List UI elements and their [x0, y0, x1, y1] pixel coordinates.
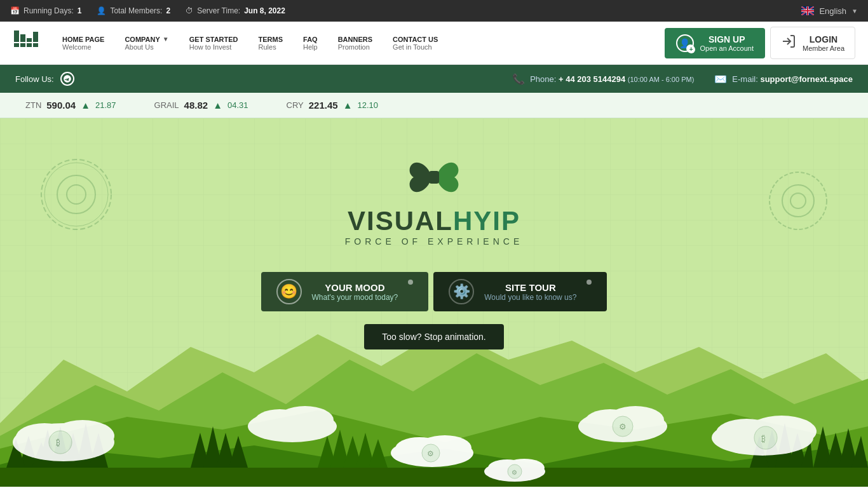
nav-company-label: COMPANY [125, 36, 159, 43]
nav-right: 👤 + SIGN UP Open an Account LOGIN Member… [665, 27, 855, 59]
telegram-icon[interactable] [60, 72, 74, 86]
phone-contact: 📞 Phone: + 44 203 5144294 (10:00 AM - 6:… [512, 73, 694, 85]
nav-faq-sub: Help [303, 43, 318, 51]
phone-icon: 📞 [512, 73, 525, 85]
tour-icon: ⚙️ [449, 279, 474, 304]
running-days-label: Running Days: [24, 6, 74, 15]
mood-text: YOUR MOOD What's your mood today? [312, 282, 398, 302]
hero-logo: VISUALHYIP FORCE OF EXPERIENCE [345, 150, 523, 247]
email-contact: ✉️ E-mail: support@fornext.space [714, 73, 853, 85]
login-button[interactable]: LOGIN Member Area [770, 27, 855, 59]
phone-hours: (10:00 AM - 6:00 PM) [628, 76, 695, 83]
tour-sub: Would you like to know us? [484, 293, 576, 302]
hero-buttons: 😊 YOUR MOOD What's your mood today? ⚙️ S… [261, 272, 607, 311]
svg-point-11 [57, 175, 95, 214]
svg-point-65 [754, 426, 777, 449]
tour-text: SITE TOUR Would you like to know us? [484, 282, 576, 302]
language-label: English [819, 6, 846, 16]
tour-label: SITE TOUR [484, 282, 576, 293]
running-days: 📅 Running Days: 1 [10, 6, 81, 15]
svg-rect-1 [14, 30, 19, 42]
nav-getstarted-sub: How to Invest [189, 43, 238, 51]
phone-label: Phone: [530, 74, 556, 84]
svg-rect-4 [20, 43, 25, 47]
ticker-arrow-grail: ▲ [213, 100, 222, 111]
signup-label: SIGN UP [700, 34, 754, 44]
hero-section: VISUALHYIP FORCE OF EXPERIENCE 😊 YOUR MO… [0, 118, 868, 487]
server-time-value: Jun 8, 2022 [244, 6, 285, 15]
nav-terms-label: TERMS [259, 36, 283, 43]
ticker-arrow-ztn: ▲ [81, 100, 90, 111]
follow-left: Follow Us: [15, 72, 74, 86]
svg-point-12 [67, 185, 86, 204]
running-days-value: 1 [78, 6, 82, 15]
tour-dot [587, 280, 592, 285]
site-logo[interactable] [13, 29, 41, 57]
nav-links: HOME PAGE Welcome COMPANY ▼ About Us GET… [53, 30, 665, 56]
mood-sub: What's your mood today? [312, 293, 398, 302]
svg-text:⚙: ⚙ [427, 449, 434, 458]
hero-visual-text: VISUAL [348, 206, 453, 236]
language-selector[interactable]: English ▼ [801, 6, 858, 16]
svg-point-56 [254, 409, 305, 435]
nav-contact-sub: Get in Touch [393, 43, 438, 51]
tour-button[interactable]: ⚙️ SITE TOUR Would you like to know us? [433, 272, 607, 311]
chevron-down-icon: ▼ [163, 36, 169, 43]
svg-rect-17 [429, 171, 439, 184]
total-members-value: 2 [166, 6, 170, 15]
stop-anim-label: Too slow? Stop animation. [382, 332, 485, 342]
plus-icon: + [686, 44, 695, 53]
top-bar: 📅 Running Days: 1 👤 Total Members: 2 ⏱ S… [0, 0, 868, 22]
nav-banners-sub: Promotion [338, 43, 372, 51]
ticker-symbol-grail: GRAIL [154, 100, 179, 110]
nav-contact[interactable]: CONTACT US Get in Touch [384, 30, 447, 56]
signup-text: SIGN UP Open an Account [700, 34, 754, 52]
ticker-content: ZTN 590.04 ▲ 21.87 GRAIL 48.82 ▲ 04.31 C… [0, 100, 403, 111]
ticker-value-cry: 221.45 [309, 100, 338, 111]
ticker-symbol-ztn: ZTN [25, 100, 41, 110]
nav-home-label: HOME PAGE [62, 36, 104, 43]
svg-point-16 [790, 193, 806, 208]
mood-dot [408, 280, 413, 285]
signup-icon: 👤 + [676, 34, 694, 52]
total-members-label: Total Members: [110, 6, 162, 15]
signup-sub: Open an Account [700, 44, 754, 52]
nav-terms[interactable]: TERMS Rules [250, 30, 292, 56]
hero-logo-icon [396, 150, 472, 201]
svg-rect-3 [20, 34, 25, 42]
top-bar-left: 📅 Running Days: 1 👤 Total Members: 2 ⏱ S… [10, 6, 285, 15]
nav-faq[interactable]: FAQ Help [294, 30, 327, 56]
server-time-label: Server Time: [197, 6, 240, 15]
svg-point-10 [41, 159, 111, 229]
deco-gear-right [766, 169, 830, 235]
svg-point-14 [770, 172, 827, 229]
svg-rect-2 [14, 43, 19, 47]
hero-tagline: FORCE OF EXPERIENCE [345, 236, 523, 247]
svg-point-15 [782, 185, 814, 217]
mood-button[interactable]: 😊 YOUR MOOD What's your mood today? [261, 272, 429, 311]
svg-text:⚙: ⚙ [512, 469, 517, 476]
email-value: support@fornext.space [760, 74, 853, 84]
flag-icon [801, 6, 814, 15]
svg-point-52 [49, 431, 72, 454]
follow-bar: Follow Us: 📞 Phone: + 44 203 5144294 (10… [0, 65, 868, 93]
ticker-arrow-cry: ▲ [343, 100, 353, 111]
svg-rect-6 [27, 43, 32, 47]
nav-banners[interactable]: BANNERS Promotion [329, 30, 381, 56]
ticker-value-grail: 48.82 [184, 100, 208, 111]
login-text: LOGIN Member Area [803, 34, 844, 52]
signup-button[interactable]: 👤 + SIGN UP Open an Account [665, 28, 765, 58]
nav-contact-label: CONTACT US [393, 36, 438, 43]
ticker-value-ztn: 590.04 [46, 100, 76, 111]
members-icon: 👤 [97, 6, 106, 15]
stop-animation-button[interactable]: Too slow? Stop animation. [364, 324, 503, 349]
ticker-change-cry: 12.10 [358, 100, 379, 110]
mood-icon: 😊 [276, 279, 302, 304]
nav-getstarted[interactable]: GET STARTED How to Invest [180, 30, 247, 56]
navbar: HOME PAGE Welcome COMPANY ▼ About Us GET… [0, 22, 868, 65]
nav-home[interactable]: HOME PAGE Welcome [53, 30, 113, 56]
phone-text: Phone: + 44 203 5144294 (10:00 AM - 6:00… [530, 74, 694, 84]
svg-text:₿: ₿ [761, 433, 766, 444]
nav-company[interactable]: COMPANY ▼ About Us [116, 30, 177, 56]
login-label: LOGIN [803, 34, 844, 44]
